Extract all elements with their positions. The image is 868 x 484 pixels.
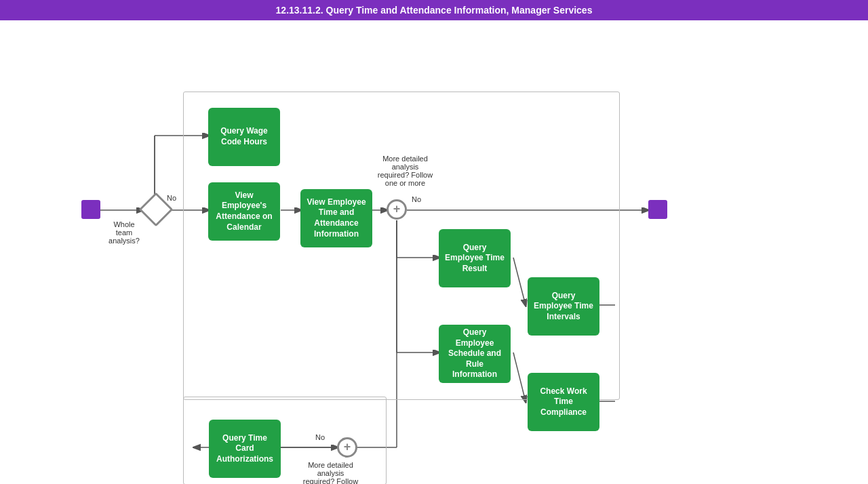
no-label-2: No [412,195,421,203]
view-employee-time-box[interactable]: View Employee Time and Attendance Inform… [300,189,372,247]
circle-gateway-bottom [337,437,357,458]
query-time-card-box[interactable]: Query Time Card Authorizations [209,420,281,478]
circle-gateway-top [387,199,407,220]
query-employee-time-result-box[interactable]: Query Employee Time Result [439,229,511,287]
end-event [648,200,667,219]
query-employee-schedule-box[interactable]: Query Employee Schedule and Rule Informa… [439,325,511,383]
view-employee-attendance-box[interactable]: View Employee's Attendance on Calendar [208,182,280,241]
diagram-canvas: Whole team analysis? No Query Wage Code … [0,20,868,484]
check-work-time-box[interactable]: Check Work Time Compliance [528,373,599,431]
no-label-3: No [315,433,325,441]
query-employee-time-intervals-box[interactable]: Query Employee Time Intervals [528,277,599,336]
query-wage-code-box[interactable]: Query Wage Code Hours [208,108,280,166]
header-title: 12.13.11.2. Query Time and Attendance In… [276,5,593,16]
whole-team-label: Whole team analysis? [100,220,148,245]
more-detailed-label-2: More detailed analysis required? Follow … [292,461,370,484]
no-label-1: No [167,194,176,202]
more-detailed-label-1: More detailed analysis required? Follow … [370,155,441,187]
start-event [81,200,100,219]
page-header: 12.13.11.2. Query Time and Attendance In… [0,0,868,20]
